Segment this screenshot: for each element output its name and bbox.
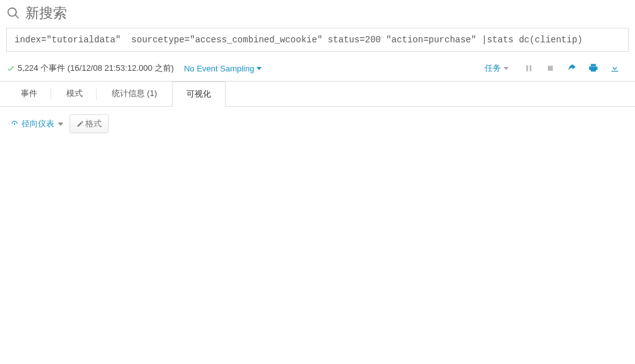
check-icon bbox=[6, 64, 15, 73]
share-button[interactable] bbox=[563, 61, 581, 76]
caret-down-icon bbox=[257, 67, 262, 70]
stop-button[interactable] bbox=[541, 61, 559, 76]
pause-button[interactable] bbox=[520, 61, 538, 76]
page-title: 新搜索 bbox=[25, 4, 67, 23]
sampling-dropdown[interactable]: No Event Sampling bbox=[184, 64, 262, 73]
task-dropdown[interactable]: 任务 bbox=[485, 63, 509, 74]
event-count: 5,224 个事件 (16/12/08 21:53:12.000 之前) bbox=[18, 63, 174, 74]
caret-down-icon bbox=[504, 67, 509, 70]
print-button[interactable] bbox=[584, 61, 602, 76]
search-input[interactable]: index="tutorialdata" sourcetype="access_… bbox=[6, 28, 629, 52]
tab-stats[interactable]: 统计信息 (1) bbox=[97, 82, 172, 106]
tab-visualization[interactable]: 可视化 bbox=[172, 82, 226, 107]
viz-type-dropdown[interactable]: 径向仪表 bbox=[10, 118, 63, 130]
task-label: 任务 bbox=[485, 63, 501, 74]
search-icon bbox=[6, 6, 20, 20]
pencil-icon bbox=[76, 120, 84, 128]
tab-events[interactable]: 事件 bbox=[6, 82, 52, 106]
sampling-label: No Event Sampling bbox=[184, 64, 254, 73]
gauge-icon bbox=[10, 119, 19, 128]
export-button[interactable] bbox=[606, 61, 624, 76]
caret-down-icon bbox=[58, 123, 63, 126]
tab-patterns[interactable]: 模式 bbox=[52, 82, 97, 106]
format-label: 格式 bbox=[85, 118, 102, 130]
viz-type-label: 径向仪表 bbox=[21, 118, 54, 130]
format-dropdown[interactable]: 格式 bbox=[70, 114, 109, 133]
